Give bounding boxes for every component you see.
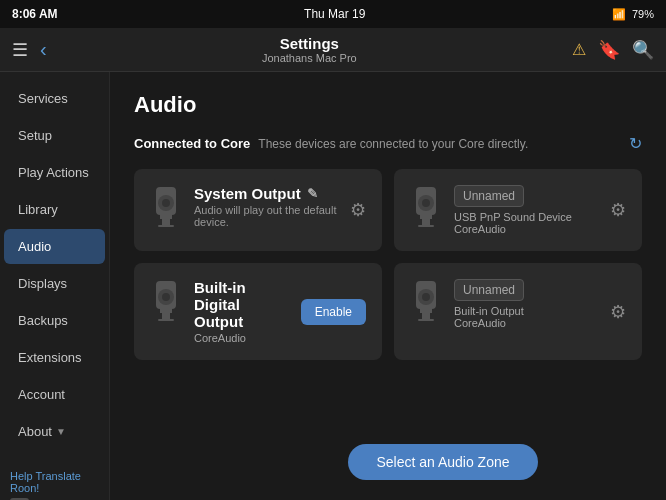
svg-rect-16 bbox=[162, 313, 170, 319]
select-audio-zone-button[interactable]: Select an Audio Zone bbox=[348, 444, 537, 480]
settings-icon-usb[interactable]: ⚙ bbox=[610, 199, 626, 221]
sidebar: Services Setup Play Actions Library Audi… bbox=[0, 72, 110, 500]
sidebar-item-about[interactable]: About ▼ bbox=[4, 414, 105, 449]
main-layout: Services Setup Play Actions Library Audi… bbox=[0, 72, 666, 500]
device-name-system-output: System Output ✎ bbox=[194, 185, 338, 202]
unnamed-label-usb: Unnamed bbox=[454, 185, 524, 207]
svg-rect-9 bbox=[420, 215, 432, 219]
speaker-icon bbox=[150, 185, 182, 229]
device-info-system-output: System Output ✎ Audio will play out the … bbox=[194, 185, 338, 228]
svg-rect-5 bbox=[158, 225, 174, 227]
page-title: Audio bbox=[134, 92, 642, 118]
device-sub-label-builtin-digital: CoreAudio bbox=[194, 332, 289, 344]
menu-icon[interactable]: ☰ bbox=[12, 39, 28, 61]
svg-point-20 bbox=[422, 293, 430, 301]
device-sub-label-usb: CoreAudio bbox=[454, 223, 598, 235]
help-translate-link[interactable]: Help Translate Roon! bbox=[10, 470, 99, 494]
top-nav: ☰ ‹ Settings Jonathans Mac Pro ⚠ 🔖 🔍 bbox=[0, 28, 666, 72]
svg-point-14 bbox=[162, 293, 170, 301]
alert-icon[interactable]: ⚠ bbox=[572, 40, 586, 59]
back-icon[interactable]: ‹ bbox=[40, 38, 47, 61]
enable-button-builtin-digital[interactable]: Enable bbox=[301, 299, 366, 325]
svg-rect-10 bbox=[422, 219, 430, 225]
status-bar: 8:06 AM Thu Mar 19 📶 79% bbox=[0, 0, 666, 28]
device-info-usb-pnp: Unnamed USB PnP Sound Device CoreAudio bbox=[454, 185, 598, 235]
svg-point-2 bbox=[162, 199, 170, 207]
bookmark-icon[interactable]: 🔖 bbox=[598, 39, 620, 61]
about-expand: About ▼ bbox=[18, 424, 91, 439]
sidebar-item-audio[interactable]: Audio bbox=[4, 229, 105, 264]
sidebar-item-backups[interactable]: Backups bbox=[4, 303, 105, 338]
refresh-icon[interactable]: ↻ bbox=[629, 134, 642, 153]
device-sub-name-usb: USB PnP Sound Device bbox=[454, 211, 598, 223]
sidebar-item-play-actions[interactable]: Play Actions bbox=[4, 155, 105, 190]
status-indicators: 📶 79% bbox=[612, 8, 654, 21]
device-desc-system-output: Audio will play out the default device. bbox=[194, 204, 338, 228]
connected-section: Connected to Core These devices are conn… bbox=[134, 134, 642, 153]
svg-rect-21 bbox=[420, 309, 432, 313]
device-card-builtin-digital: Built-in Digital Output CoreAudio Enable bbox=[134, 263, 382, 360]
device-card-usb-pnp: Unnamed USB PnP Sound Device CoreAudio ⚙ bbox=[394, 169, 642, 251]
connected-label: Connected to Core bbox=[134, 136, 250, 151]
devices-grid: System Output ✎ Audio will play out the … bbox=[134, 169, 642, 360]
svg-rect-17 bbox=[158, 319, 174, 321]
device-sub-label-builtin: CoreAudio bbox=[454, 317, 598, 329]
device-card-builtin-output: Unnamed Built-in Output CoreAudio ⚙ bbox=[394, 263, 642, 360]
svg-rect-4 bbox=[162, 219, 170, 225]
speaker-icon-builtin-output bbox=[410, 279, 442, 323]
device-sub-name-builtin: Built-in Output bbox=[454, 305, 598, 317]
sidebar-item-displays[interactable]: Displays bbox=[4, 266, 105, 301]
sidebar-item-services[interactable]: Services bbox=[4, 81, 105, 116]
device-info-builtin-digital: Built-in Digital Output CoreAudio bbox=[194, 279, 289, 344]
svg-rect-3 bbox=[160, 215, 172, 219]
status-time: 8:06 AM bbox=[12, 7, 58, 21]
battery-text: 79% bbox=[632, 8, 654, 20]
speaker-icon-usb bbox=[410, 185, 442, 229]
speaker-icon-builtin-digital bbox=[150, 279, 182, 323]
sidebar-item-library[interactable]: Library bbox=[4, 192, 105, 227]
device-name-builtin-digital: Built-in Digital Output bbox=[194, 279, 289, 330]
svg-rect-23 bbox=[418, 319, 434, 321]
device-card-system-output: System Output ✎ Audio will play out the … bbox=[134, 169, 382, 251]
bottom-bar: Select an Audio Zone bbox=[220, 444, 666, 480]
sidebar-item-account[interactable]: Account bbox=[4, 377, 105, 412]
edit-icon[interactable]: ✎ bbox=[307, 186, 318, 201]
content-area: Audio Connected to Core These devices ar… bbox=[110, 72, 666, 500]
settings-icon-builtin[interactable]: ⚙ bbox=[610, 301, 626, 323]
nav-subtitle: Jonathans Mac Pro bbox=[262, 52, 357, 64]
sidebar-footer: Help Translate Roon! AD Language English… bbox=[0, 462, 109, 500]
svg-point-8 bbox=[422, 199, 430, 207]
svg-rect-15 bbox=[160, 309, 172, 313]
sidebar-item-setup[interactable]: Setup bbox=[4, 118, 105, 153]
nav-center: Settings Jonathans Mac Pro bbox=[262, 35, 357, 64]
settings-icon-system-output[interactable]: ⚙ bbox=[350, 199, 366, 221]
chevron-down-icon: ▼ bbox=[56, 426, 66, 437]
nav-right: ⚠ 🔖 🔍 bbox=[572, 39, 654, 61]
unnamed-label-builtin: Unnamed bbox=[454, 279, 524, 301]
device-info-builtin-output: Unnamed Built-in Output CoreAudio bbox=[454, 279, 598, 329]
connected-desc: These devices are connected to your Core… bbox=[258, 137, 528, 151]
wifi-icon: 📶 bbox=[612, 8, 626, 21]
nav-title: Settings bbox=[262, 35, 357, 52]
nav-left: ☰ ‹ bbox=[12, 38, 47, 61]
status-date: Thu Mar 19 bbox=[304, 7, 365, 21]
svg-rect-11 bbox=[418, 225, 434, 227]
sidebar-item-extensions[interactable]: Extensions bbox=[4, 340, 105, 375]
search-icon[interactable]: 🔍 bbox=[632, 39, 654, 61]
svg-rect-22 bbox=[422, 313, 430, 319]
